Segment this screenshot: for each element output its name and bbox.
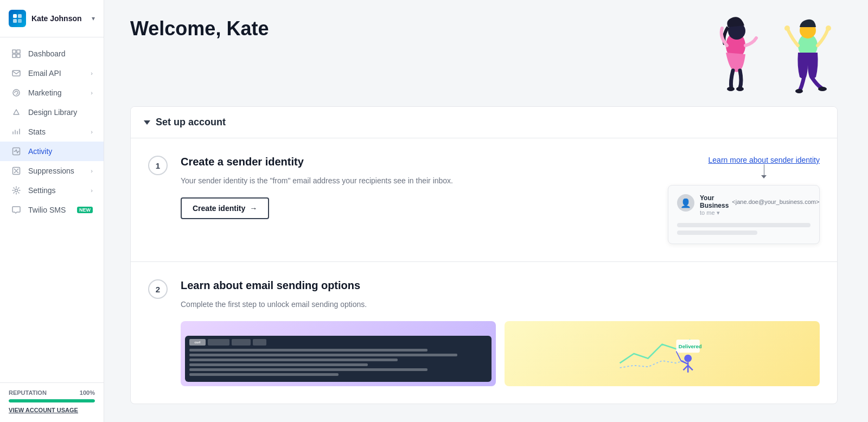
learn-more-link[interactable]: Learn more about sender identity [709,156,820,164]
code-line-4 [189,363,368,366]
thumbnail-delivered: Delivered [505,321,820,386]
svg-rect-4 [12,71,20,76]
svg-rect-2 [13,19,17,23]
code-line-1 [189,349,427,351]
sidebar-item-suppressions-label: Suppressions [28,167,91,175]
reputation-value: 100% [80,389,95,396]
sidebar-item-marketing-label: Marketing [28,88,91,97]
create-identity-button[interactable]: Create identity → [181,197,269,219]
marketing-chevron-icon: › [91,89,93,96]
code-line-2 [189,354,457,356]
sidebar-item-dashboard[interactable]: Dashboard [0,44,104,63]
user-menu[interactable]: Kate Johnson ▾ [0,0,104,37]
setup-card: Set up account 1 Create a sender identit… [130,106,838,404]
main-nav: Dashboard Email API › Marketing › Design… [0,37,104,382]
illustration-person2 [778,7,838,93]
step-1-section: 1 Create a sender identity Your sender i… [131,138,837,262]
svg-point-12 [736,87,744,91]
svg-point-11 [727,87,735,91]
sidebar-item-twilio-sms-label: Twilio SMS [28,206,75,214]
settings-chevron-icon: › [91,187,93,194]
svg-point-15 [784,25,790,31]
step-1-title: Create a sender identity [181,156,655,168]
create-identity-label: Create identity [193,204,245,213]
step-2-description: Complete the first step to unlock email … [181,298,506,310]
step-1-side: Learn more about sender identity 👤 [668,156,820,244]
svg-point-18 [818,87,827,91]
sidebar: Kate Johnson ▾ Dashboard Email API › Mar… [0,0,104,422]
activity-icon [11,147,22,156]
app-logo [9,10,26,27]
step-2-number: 2 [148,279,168,299]
svg-point-5 [13,89,20,96]
learn-more-annotation: Learn more about sender identity [709,156,820,178]
stats-icon [11,127,22,136]
setup-card-header[interactable]: Set up account [131,107,837,138]
step-2-content: Learn about email sending options Comple… [181,279,820,386]
step-2-section: 2 Learn about email sending options Comp… [131,262,837,404]
email-preview-card: 👤 Your Business <jane.doe@your_business.… [668,185,820,244]
code-line-6 [189,373,339,376]
step-1-description: Your sender identity is the "from" email… [181,175,506,187]
reputation-section: REPUTATION 100% [9,389,95,396]
code-block-mini: curl [185,336,492,382]
sidebar-footer: REPUTATION 100% VIEW ACCOUNT USAGE [0,382,104,422]
marketing-icon [11,88,22,97]
dashboard-icon [11,49,22,58]
sidebar-item-settings[interactable]: Settings › [0,181,104,200]
annotation-arrowhead-icon [761,175,767,178]
reputation-bar-fill [9,399,95,402]
svg-text:Delivered: Delivered [679,344,702,350]
collapse-chevron-icon [144,120,150,125]
suppressions-chevron-icon: › [91,168,93,174]
user-menu-chevron-icon: ▾ [92,15,95,22]
sidebar-item-settings-label: Settings [28,186,91,195]
reputation-bar [9,399,95,402]
username-label: Kate Johnson [31,14,92,23]
step-2-title: Learn about email sending options [181,279,820,292]
setup-card-title: Set up account [156,117,226,128]
reputation-label-text: REPUTATION [9,389,47,396]
sidebar-item-stats[interactable]: Stats › [0,122,104,142]
svg-rect-3 [18,19,22,23]
email-from-name: Your Business [700,194,729,209]
preview-line-2 [677,231,757,235]
welcome-section: Welcome, Kate [130,0,838,106]
sidebar-item-twilio-sms[interactable]: Twilio SMS NEW [0,200,104,220]
svg-rect-1 [18,14,22,18]
sidebar-item-email-api-label: Email API [28,69,91,78]
view-account-usage-link[interactable]: VIEW ACCOUNT USAGE [9,407,95,413]
svg-line-23 [684,366,688,370]
step-1-number: 1 [148,156,168,175]
person-icon: 👤 [680,198,691,208]
welcome-title: Welcome, Kate [130,17,269,40]
new-badge: NEW [77,207,93,213]
email-preview-header: 👤 Your Business <jane.doe@your_business.… [677,194,810,216]
illustration-area [709,7,838,93]
annotation-line [764,164,764,175]
sidebar-item-design-library[interactable]: Design Library [0,103,104,122]
sidebar-item-marketing[interactable]: Marketing › [0,83,104,103]
email-preview-info: Your Business <jane.doe@your_business.co… [700,194,819,216]
suppressions-icon [11,167,22,175]
sidebar-item-design-library-label: Design Library [28,108,93,117]
sidebar-item-activity[interactable]: Activity [0,142,104,161]
email-api-chevron-icon: › [91,70,93,76]
code-line-3 [189,359,398,361]
sidebar-item-activity-label: Activity [28,147,93,156]
preview-line-1 [677,223,810,227]
email-from-address: <jane.doe@your_business.com> [732,199,819,205]
sidebar-item-stats-label: Stats [28,127,91,136]
email-preview-body [677,223,810,235]
sidebar-item-suppressions[interactable]: Suppressions › [0,161,104,181]
create-identity-arrow-icon: → [250,204,257,213]
delivered-illustration: Delivered [509,325,815,382]
code-line-5 [189,368,427,371]
main-content: Welcome, Kate [104,0,868,422]
step-1-content: Create a sender identity Your sender ide… [181,156,655,219]
svg-rect-0 [13,14,17,18]
design-library-icon [11,108,22,117]
svg-line-24 [688,366,693,370]
sidebar-item-email-api[interactable]: Email API › [0,63,104,83]
stats-chevron-icon: › [91,129,93,135]
